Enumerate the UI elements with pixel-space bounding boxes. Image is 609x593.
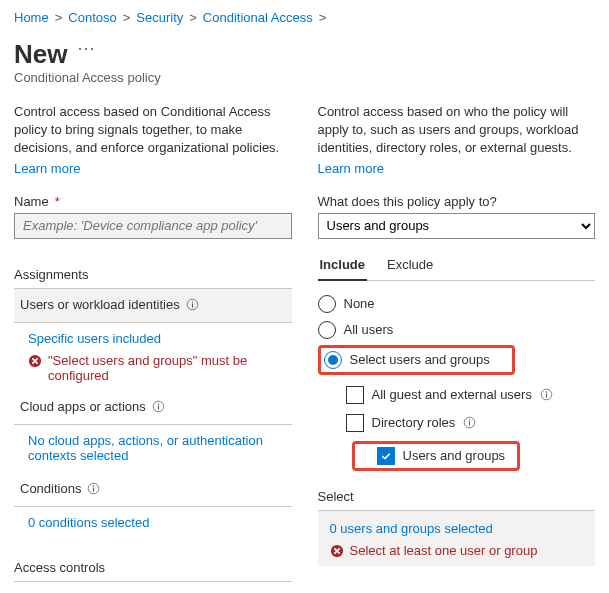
learn-more-link[interactable]: Learn more [14, 161, 292, 176]
svg-rect-15 [469, 422, 470, 426]
access-controls-heading: Access controls [14, 554, 292, 582]
radio-all-users[interactable]: All users [318, 317, 596, 343]
left-description: Control access based on Conditional Acce… [14, 103, 292, 157]
svg-point-11 [546, 392, 547, 393]
no-cloud-apps-link[interactable]: No cloud apps, actions, or authenticatio… [28, 433, 263, 463]
checkbox-directory-roles[interactable]: Directory roles [346, 409, 596, 437]
breadcrumb: Home > Contoso > Security > Conditional … [14, 10, 595, 25]
tab-exclude[interactable]: Exclude [385, 251, 435, 280]
more-icon[interactable]: ··· [77, 38, 95, 59]
radio-select-users-groups-label: Select users and groups [350, 352, 490, 367]
radio-all-users-label: All users [344, 322, 394, 337]
breadcrumb-conditional-access[interactable]: Conditional Access [203, 10, 313, 25]
breadcrumb-contoso[interactable]: Contoso [68, 10, 116, 25]
page-subtitle: Conditional Access policy [14, 70, 595, 85]
svg-point-5 [158, 403, 159, 404]
error-icon [28, 354, 42, 368]
right-description: Control access based on who the policy w… [318, 103, 596, 157]
chevron-right-icon: > [55, 10, 63, 25]
info-icon [540, 388, 553, 401]
svg-point-14 [469, 420, 470, 421]
select-users-block: 0 users and groups selected Select at le… [318, 511, 596, 566]
svg-point-1 [191, 301, 192, 302]
name-label: Name* [14, 194, 292, 209]
conditions-row[interactable]: Conditions [14, 473, 292, 507]
apply-to-label: What does this policy apply to? [318, 194, 596, 209]
learn-more-link-right[interactable]: Learn more [318, 161, 596, 176]
cloud-apps-row[interactable]: Cloud apps or actions [14, 391, 292, 425]
users-identities-row[interactable]: Users or workload identities [14, 289, 292, 323]
breadcrumb-home[interactable]: Home [14, 10, 49, 25]
info-icon [87, 482, 100, 495]
page-title: New [14, 39, 67, 70]
users-error: "Select users and groups" must be config… [14, 348, 292, 391]
svg-rect-9 [93, 487, 94, 491]
radio-none[interactable]: None [318, 291, 596, 317]
users-groups-selected-link[interactable]: 0 users and groups selected [330, 521, 493, 536]
svg-rect-12 [546, 394, 547, 398]
svg-point-8 [93, 485, 94, 486]
radio-none-label: None [344, 296, 375, 311]
checkbox-users-groups-label: Users and groups [403, 448, 506, 463]
apply-to-select[interactable]: Users and groups [318, 213, 596, 239]
error-icon [330, 544, 344, 558]
info-icon [186, 298, 199, 311]
radio-select-users-groups[interactable]: Select users and groups [324, 351, 490, 369]
select-heading: Select [318, 477, 596, 511]
checkbox-guest-users[interactable]: All guest and external users [346, 381, 596, 409]
checkbox-guest-users-label: All guest and external users [372, 387, 532, 402]
select-error: Select at least one user or group [320, 538, 596, 562]
specific-users-link[interactable]: Specific users included [28, 331, 161, 346]
assignments-heading: Assignments [14, 261, 292, 289]
info-icon [152, 400, 165, 413]
conditions-link[interactable]: 0 conditions selected [28, 515, 149, 530]
checkbox-directory-roles-label: Directory roles [372, 415, 456, 430]
svg-rect-6 [158, 405, 159, 409]
breadcrumb-security[interactable]: Security [136, 10, 183, 25]
chevron-right-icon: > [123, 10, 131, 25]
chevron-right-icon: > [319, 10, 327, 25]
chevron-right-icon: > [189, 10, 197, 25]
svg-rect-2 [192, 303, 193, 307]
info-icon [463, 416, 476, 429]
checkbox-users-groups[interactable]: Users and groups [377, 447, 506, 465]
name-input[interactable] [14, 213, 292, 239]
tab-include[interactable]: Include [318, 251, 368, 280]
